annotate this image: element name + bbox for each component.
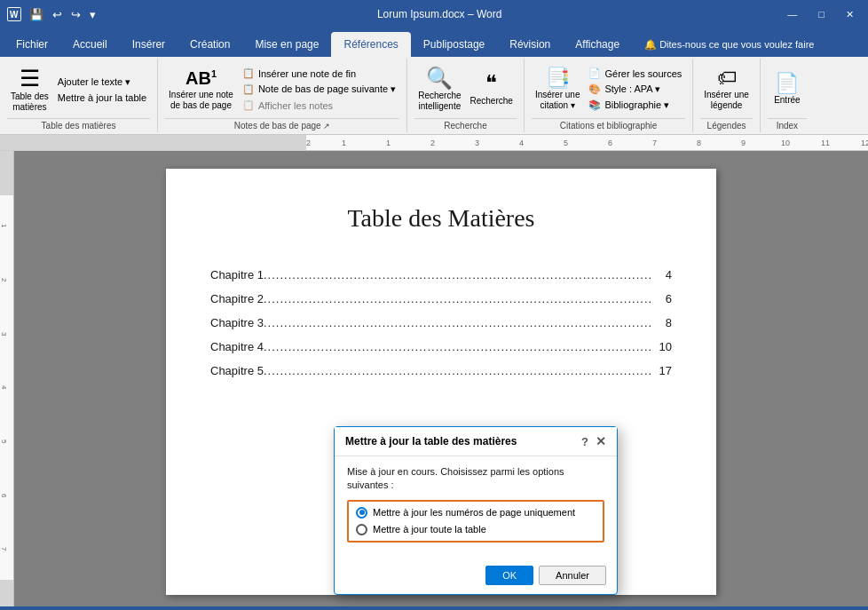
tab-references[interactable]: Références bbox=[331, 32, 410, 57]
note-suivante-btn[interactable]: 📋 Note de bas de page suivante ▾ bbox=[239, 82, 399, 97]
tab-mise-en-page[interactable]: Mise en page bbox=[242, 32, 331, 57]
recherche-intelligente-btn[interactable]: 🔍 Rechercheintelligente bbox=[414, 66, 464, 114]
group-table-matieres: ☰ Table desmatières Ajouter le texte ▾ M… bbox=[0, 59, 158, 132]
group-label-recherche: Recherche bbox=[414, 118, 517, 131]
group-label-citations: Citations et bibliographie bbox=[532, 118, 685, 131]
gerer-sources-label: Gérer les sources bbox=[604, 68, 682, 79]
document-area: Table des Matières Chapitre 1 ..........… bbox=[14, 151, 868, 606]
bibliographie-label: Bibliographie ▾ bbox=[604, 99, 669, 111]
ajouter-texte-label: Ajouter le texte ▾ bbox=[58, 76, 130, 88]
undo-quick-btn[interactable]: ↩ bbox=[50, 6, 65, 23]
dialog-help-btn[interactable]: ? bbox=[581, 435, 588, 448]
afficher-notes-btn[interactable]: 📋 Afficher les notes bbox=[239, 98, 399, 113]
inserer-note-label: Insérer une notede bas de page bbox=[169, 90, 233, 111]
ajouter-texte-btn[interactable]: Ajouter le texte ▾ bbox=[54, 75, 150, 90]
toc-entry-2: Chapitre 2 .............................… bbox=[210, 292, 672, 305]
group-recherche-content: 🔍 Rechercheintelligente ❝ Recherche bbox=[414, 62, 517, 116]
inserer-citation-btn[interactable]: 📑 Insérer unecitation ▾ bbox=[532, 67, 584, 113]
tab-help[interactable]: 🔔 Dites-nous ce que vous voulez faire bbox=[632, 32, 826, 57]
inserer-note-bas-btn[interactable]: AB1 Insérer une notede bas de page bbox=[165, 67, 237, 113]
tab-creation[interactable]: Création bbox=[178, 32, 242, 57]
word-icon: W bbox=[7, 7, 21, 21]
entree-icon: 📄 bbox=[775, 74, 799, 93]
bibliographie-btn[interactable]: 📚 Bibliographie ▾ bbox=[585, 98, 685, 113]
tab-fichier[interactable]: Fichier bbox=[4, 32, 60, 57]
entree-label: Entrée bbox=[774, 95, 800, 106]
gerer-sources-icon: 📄 bbox=[588, 67, 601, 79]
group-notes-content: AB1 Insérer une notede bas de page 📋 Ins… bbox=[165, 62, 399, 116]
group-label-table: Table des matières bbox=[7, 118, 150, 131]
table-matieres-btn[interactable]: ☰ Table desmatières bbox=[7, 65, 52, 115]
toc-entry-3: Chapitre 3 .............................… bbox=[210, 316, 672, 329]
tab-revision[interactable]: Révision bbox=[497, 32, 563, 57]
tab-inserer[interactable]: Insérer bbox=[120, 32, 178, 57]
dialog-title-actions: ? ✕ bbox=[581, 434, 606, 448]
more-quick-btn[interactable]: ▾ bbox=[87, 6, 99, 23]
vertical-ruler: 1 2 3 4 5 6 7 bbox=[0, 151, 14, 606]
citations-small-btns: 📄 Gérer les sources 🎨 Style : APA ▾ 📚 Bi… bbox=[585, 66, 685, 113]
dialog-cancel-btn[interactable]: Annuler bbox=[539, 566, 606, 585]
radio-option1-label: Mettre à jour les numéros de page unique… bbox=[373, 507, 575, 518]
recherche-btn[interactable]: ❝ Recherche bbox=[467, 71, 517, 108]
toc-chapter-3: Chapitre 3 bbox=[210, 316, 264, 329]
bibliographie-icon: 📚 bbox=[588, 99, 601, 111]
radio-full-table[interactable]: Mettre à jour toute la table bbox=[356, 524, 596, 535]
dialog-footer: OK Annuler bbox=[335, 560, 617, 594]
group-index-content: 📄 Entrée bbox=[768, 62, 807, 116]
dialog-options-group: Mettre à jour les numéros de page unique… bbox=[347, 500, 604, 543]
tab-accueil[interactable]: Accueil bbox=[60, 32, 120, 57]
toc-dots-4: ........................................… bbox=[264, 340, 658, 353]
dialog-ok-btn[interactable]: OK bbox=[485, 566, 533, 585]
group-citations-content: 📑 Insérer unecitation ▾ 📄 Gérer les sour… bbox=[532, 62, 685, 116]
note-suivante-icon: 📋 bbox=[242, 83, 255, 95]
ribbon-tabs: Fichier Accueil Insérer Création Mise en… bbox=[0, 28, 868, 57]
redo-quick-btn[interactable]: ↪ bbox=[68, 6, 83, 23]
svg-text:W: W bbox=[10, 10, 19, 20]
main-area: 1 2 3 4 5 6 7 Table des Matières Chapitr… bbox=[0, 151, 868, 606]
inserer-note-fin-btn[interactable]: 📋 Insérer une note de fin bbox=[239, 66, 399, 81]
toc-dots-3: ........................................… bbox=[264, 316, 664, 329]
radio-page-numbers[interactable]: Mettre à jour les numéros de page unique… bbox=[356, 507, 596, 519]
ab-icon: AB1 bbox=[185, 68, 217, 88]
inserer-legende-icon: 🏷 bbox=[717, 68, 737, 88]
inserer-legende-label: Insérer unelégende bbox=[704, 90, 749, 111]
update-toc-dialog: Mettre à jour la table des matières ? ✕ … bbox=[334, 426, 618, 595]
toc-chapter-5: Chapitre 5 bbox=[210, 364, 264, 377]
table-matieres-label: Table desmatières bbox=[11, 91, 49, 113]
toc-dots-2: ........................................… bbox=[264, 292, 664, 305]
group-table-matieres-content: ☰ Table desmatières Ajouter le texte ▾ M… bbox=[7, 62, 150, 116]
toc-page-1: 4 bbox=[666, 268, 672, 281]
toc-page-4: 10 bbox=[659, 340, 672, 353]
group-citations: 📑 Insérer unecitation ▾ 📄 Gérer les sour… bbox=[525, 59, 693, 132]
minimize-btn[interactable]: — bbox=[780, 7, 804, 21]
close-btn[interactable]: ✕ bbox=[839, 7, 861, 22]
mettre-a-jour-btn[interactable]: Mettre à jour la table bbox=[54, 91, 150, 105]
window-title: Lorum Ipsum.docx – Word bbox=[99, 8, 780, 20]
title-bar-right: — □ ✕ bbox=[780, 7, 861, 22]
inserer-citation-label: Insérer unecitation ▾ bbox=[535, 90, 580, 111]
restore-btn[interactable]: □ bbox=[811, 7, 832, 21]
toc-title: Table des Matières bbox=[210, 204, 672, 233]
save-quick-btn[interactable]: 💾 bbox=[27, 6, 46, 23]
inserer-legende-btn[interactable]: 🏷 Insérer unelégende bbox=[700, 67, 753, 113]
afficher-notes-label: Afficher les notes bbox=[258, 100, 333, 111]
tab-publipostage[interactable]: Publipostage bbox=[411, 32, 497, 57]
style-btn[interactable]: 🎨 Style : APA ▾ bbox=[585, 82, 685, 97]
status-bar: Page 1 sur 1 0 mot Français (France) 📖 📄… bbox=[0, 606, 868, 610]
table-matieres-small-btns: Ajouter le texte ▾ Mettre à jour la tabl… bbox=[54, 75, 150, 105]
afficher-notes-icon: 📋 bbox=[242, 99, 255, 111]
title-bar-left: W 💾 ↩ ↪ ▾ bbox=[7, 6, 99, 23]
toc-chapter-4: Chapitre 4 bbox=[210, 340, 264, 353]
gerer-sources-btn[interactable]: 📄 Gérer les sources bbox=[585, 66, 685, 81]
quick-access-toolbar: 💾 ↩ ↪ ▾ bbox=[27, 6, 99, 23]
horizontal-ruler: 2 1 1 2 3 4 5 6 7 8 9 10 11 12 bbox=[0, 135, 868, 151]
group-index: 📄 Entrée Index bbox=[761, 59, 814, 132]
dialog-close-btn[interactable]: ✕ bbox=[596, 434, 606, 448]
radio-option2-label: Mettre à jour toute la table bbox=[373, 524, 486, 535]
entree-btn[interactable]: 📄 Entrée bbox=[768, 72, 807, 107]
mettre-a-jour-label: Mettre à jour la table bbox=[58, 92, 146, 103]
group-label-index: Index bbox=[768, 118, 807, 131]
recherche-icon: ❝ bbox=[485, 73, 497, 94]
tab-affichage[interactable]: Affichage bbox=[563, 32, 632, 57]
dialog-description: Mise à jour en cours. Choisissez parmi l… bbox=[347, 465, 604, 493]
